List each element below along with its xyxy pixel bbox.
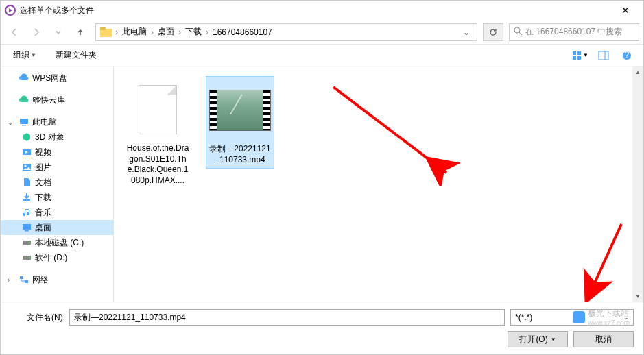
annotation-arrow — [323, 70, 460, 186]
network-icon — [19, 274, 29, 285]
recent-dropdown[interactable] — [49, 23, 68, 41]
breadcrumb-dropdown[interactable]: ⌄ — [459, 27, 474, 37]
annotation-arrow — [573, 217, 635, 302]
crumb-thispc[interactable]: 此电脑 — [119, 26, 150, 38]
svg-rect-20 — [23, 224, 31, 230]
main-area: WPS网盘 够快云库 ⌄ 此电脑 3D 对象 视频 图片 文档 — [1, 66, 643, 302]
svg-point-4 — [514, 27, 520, 33]
sidebar: WPS网盘 够快云库 ⌄ 此电脑 3D 对象 视频 图片 文档 — [1, 66, 114, 302]
svg-rect-26 — [20, 276, 23, 279]
scroll-down-icon[interactable]: ▼ — [632, 291, 643, 302]
scroll-up-icon[interactable]: ▲ — [632, 66, 643, 77]
file-label: House.of.the.Dragon.S01E10.The.Black.Que… — [126, 143, 189, 186]
svg-rect-9 — [577, 56, 581, 60]
svg-text:?: ? — [625, 51, 630, 60]
back-button[interactable] — [5, 23, 24, 41]
svg-point-25 — [29, 257, 30, 258]
sidebar-network[interactable]: › 网络 — [1, 272, 113, 287]
search-placeholder: 在 1667048660107 中搜索 — [525, 26, 622, 38]
sidebar-pictures[interactable]: 图片 — [1, 160, 113, 175]
crumb-desktop[interactable]: 桌面 — [155, 26, 177, 38]
scrollbar[interactable]: ▲ ▼ — [632, 66, 643, 302]
file-item[interactable]: 录制—20221121_110733.mp4 — [206, 76, 274, 169]
svg-marker-1 — [9, 8, 12, 12]
collapse-icon[interactable]: ⌄ — [8, 119, 16, 126]
drive-icon — [21, 237, 32, 248]
filename-input[interactable] — [69, 309, 505, 326]
svg-line-29 — [587, 224, 621, 299]
open-button[interactable]: 打开(O) ▼ — [508, 331, 568, 347]
navbar: › 此电脑 › 桌面 › 下载 › 1667048660107 ⌄ 在 1667… — [1, 20, 643, 45]
filter-select[interactable]: *(*.*) ⌄ — [510, 309, 634, 326]
svg-rect-6 — [573, 51, 576, 55]
sidebar-disk-c[interactable]: 本地磁盘 (C:) — [1, 235, 113, 250]
crumb-folder[interactable]: 1667048660107 — [210, 27, 275, 37]
sidebar-thispc[interactable]: ⌄ 此电脑 — [1, 114, 113, 130]
titlebar: 选择单个或多个文件 ✕ — [1, 1, 643, 20]
chevron-right-icon: › — [150, 27, 155, 37]
chevron-right-icon: › — [204, 27, 210, 37]
svg-rect-14 — [20, 119, 28, 124]
svg-rect-15 — [22, 125, 26, 126]
cube-icon — [21, 132, 32, 143]
sidebar-3dobjects[interactable]: 3D 对象 — [1, 130, 113, 145]
chevron-down-icon: ▼ — [31, 52, 36, 58]
folder-icon — [99, 25, 114, 40]
svg-point-23 — [29, 242, 30, 243]
sidebar-wps[interactable]: WPS网盘 — [1, 71, 113, 86]
svg-rect-21 — [25, 230, 29, 232]
computer-icon — [19, 117, 29, 127]
sidebar-gouku[interactable]: 够快云库 — [1, 93, 113, 108]
cancel-button[interactable]: 取消 — [573, 331, 634, 347]
split-arrow-icon: ▼ — [551, 336, 556, 343]
organize-button[interactable]: 组织 ▼ — [8, 47, 42, 64]
breadcrumb[interactable]: › 此电脑 › 桌面 › 下载 › 1667048660107 ⌄ — [95, 23, 477, 41]
bottom-bar: 文件名(N): *(*.*) ⌄ 打开(O) ▼ 取消 极光下载站 www.xz… — [1, 302, 643, 354]
file-label: 录制—20221121_110733.mp4 — [209, 144, 271, 165]
crumb-downloads[interactable]: 下载 — [182, 26, 204, 38]
svg-rect-3 — [100, 27, 106, 30]
expand-icon[interactable]: › — [8, 276, 16, 284]
music-icon — [21, 207, 32, 218]
sidebar-documents[interactable]: 文档 — [1, 175, 113, 190]
svg-line-28 — [333, 87, 446, 173]
sidebar-videos[interactable]: 视频 — [1, 145, 113, 160]
search-icon — [514, 27, 523, 38]
new-folder-button[interactable]: 新建文件夹 — [50, 47, 102, 64]
sidebar-music[interactable]: 音乐 — [1, 205, 113, 220]
forward-button[interactable] — [27, 23, 46, 41]
svg-line-5 — [519, 32, 522, 35]
svg-point-19 — [25, 165, 27, 167]
preview-pane-button[interactable] — [594, 48, 613, 63]
sidebar-desktop[interactable]: 桌面 — [1, 220, 113, 235]
document-icon — [21, 177, 32, 188]
up-button[interactable] — [71, 23, 90, 41]
document-thumb — [127, 79, 189, 140]
file-item[interactable]: House.of.the.Dragon.S01E10.The.Black.Que… — [123, 76, 192, 188]
refresh-button[interactable] — [483, 23, 503, 41]
download-icon — [21, 192, 32, 203]
svg-rect-7 — [577, 51, 581, 55]
chevron-right-icon: › — [114, 27, 119, 37]
svg-rect-10 — [599, 51, 608, 60]
filename-label: 文件名(N): — [10, 312, 65, 323]
sidebar-downloads[interactable]: 下载 — [1, 190, 113, 205]
video-thumb — [209, 79, 271, 141]
help-button[interactable]: ? — [617, 48, 636, 63]
toolbar: 组织 ▼ 新建文件夹 ▼ ? — [1, 45, 643, 66]
window-title: 选择单个或多个文件 — [20, 5, 612, 16]
cloud-alt-icon — [19, 95, 29, 106]
chevron-right-icon: › — [177, 27, 182, 37]
close-button[interactable]: ✕ — [612, 5, 639, 16]
sidebar-disk-d[interactable]: 软件 (D:) — [1, 250, 113, 265]
app-icon — [5, 5, 16, 16]
chevron-down-icon: ▼ — [583, 52, 588, 58]
view-mode-button[interactable]: ▼ — [571, 48, 590, 63]
video-icon — [21, 147, 32, 158]
desktop-icon — [21, 222, 32, 233]
search-input[interactable]: 在 1667048660107 中搜索 — [509, 23, 639, 41]
svg-rect-8 — [573, 56, 576, 60]
file-pane[interactable]: House.of.the.Dragon.S01E10.The.Black.Que… — [114, 66, 643, 302]
picture-icon — [21, 162, 32, 173]
chevron-down-icon: ⌄ — [623, 314, 629, 321]
